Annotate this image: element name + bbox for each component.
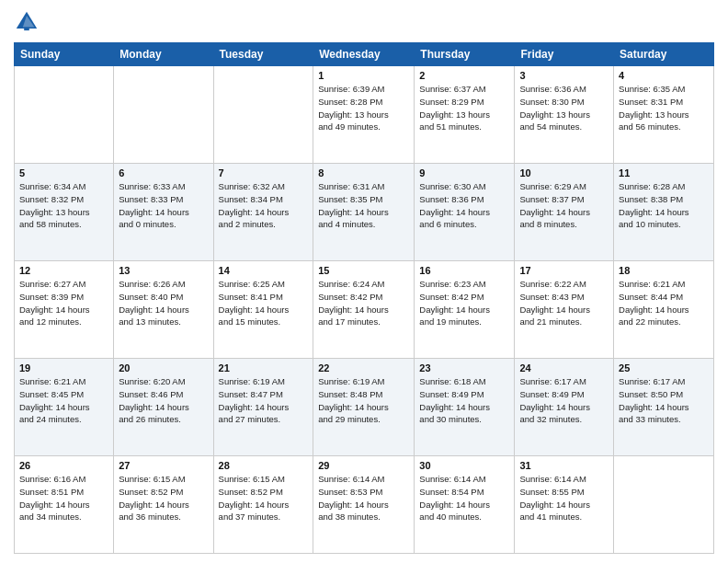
calendar-cell: 4Sunrise: 6:35 AMSunset: 8:31 PMDaylight…	[614, 66, 714, 164]
day-number: 22	[318, 362, 409, 373]
sun-info: and 38 minutes.	[318, 511, 381, 522]
day-number: 29	[318, 460, 409, 471]
sun-info: Sunset: 8:30 PM	[519, 97, 584, 107]
day-info: Sunrise: 6:14 AMSunset: 8:55 PMDaylight:…	[519, 473, 609, 523]
sun-info: and 40 minutes.	[419, 511, 482, 522]
daylight-hours: Daylight: 14 hours	[219, 402, 290, 412]
sun-info: Sunset: 8:33 PM	[119, 194, 183, 204]
sun-info: Sunrise: 6:24 AM	[318, 279, 384, 289]
sun-info: Sunrise: 6:15 AM	[119, 474, 185, 484]
sun-info: Sunset: 8:54 PM	[419, 487, 483, 497]
calendar-cell: 15Sunrise: 6:24 AMSunset: 8:42 PMDayligh…	[313, 261, 415, 359]
day-info: Sunrise: 6:19 AMSunset: 8:47 PMDaylight:…	[219, 375, 309, 426]
sun-info: Sunrise: 6:18 AM	[419, 376, 485, 386]
sun-info: Sunrise: 6:30 AM	[419, 181, 485, 191]
day-info: Sunrise: 6:21 AMSunset: 8:45 PMDaylight:…	[19, 375, 108, 426]
sun-info: Sunrise: 6:21 AM	[619, 279, 685, 289]
day-number: 6	[119, 167, 208, 178]
weekday-header-saturday: Saturday	[614, 43, 714, 66]
day-info: Sunrise: 6:21 AMSunset: 8:44 PMDaylight:…	[619, 278, 709, 328]
calendar-week-row: 19Sunrise: 6:21 AMSunset: 8:45 PMDayligh…	[15, 359, 714, 456]
daylight-hours: Daylight: 14 hours	[419, 402, 490, 412]
sun-info: Sunrise: 6:14 AM	[519, 474, 586, 484]
daylight-hours: Daylight: 14 hours	[119, 402, 189, 412]
day-number: 24	[519, 362, 609, 373]
sun-info: Sunset: 8:44 PM	[619, 292, 683, 302]
sun-info: and 27 minutes.	[219, 414, 281, 424]
day-number: 5	[19, 167, 108, 178]
day-number: 27	[119, 460, 208, 471]
day-number: 20	[119, 362, 208, 373]
calendar-cell: 2Sunrise: 6:37 AMSunset: 8:29 PMDaylight…	[415, 66, 515, 164]
day-info: Sunrise: 6:32 AMSunset: 8:34 PMDaylight:…	[219, 180, 309, 231]
day-info: Sunrise: 6:18 AMSunset: 8:49 PMDaylight:…	[419, 375, 509, 426]
sun-info: and 8 minutes.	[519, 219, 576, 229]
daylight-hours: Daylight: 14 hours	[219, 304, 290, 315]
calendar-cell: 7Sunrise: 6:32 AMSunset: 8:34 PMDaylight…	[213, 164, 313, 261]
daylight-hours: Daylight: 14 hours	[318, 500, 389, 510]
svg-rect-2	[24, 28, 29, 30]
sun-info: Sunrise: 6:25 AM	[219, 279, 285, 289]
day-number: 2	[419, 70, 509, 81]
day-number: 30	[419, 460, 509, 471]
daylight-hours: Daylight: 14 hours	[519, 207, 590, 217]
sun-info: Sunrise: 6:23 AM	[419, 279, 485, 289]
calendar-cell: 1Sunrise: 6:39 AMSunset: 8:28 PMDaylight…	[313, 66, 415, 164]
weekday-header-sunday: Sunday	[15, 43, 114, 66]
sun-info: Sunrise: 6:33 AM	[119, 181, 185, 191]
calendar-cell: 3Sunrise: 6:36 AMSunset: 8:30 PMDaylight…	[515, 66, 614, 164]
daylight-hours: Daylight: 14 hours	[619, 207, 689, 217]
day-info: Sunrise: 6:25 AMSunset: 8:41 PMDaylight:…	[219, 278, 309, 328]
calendar-cell	[15, 66, 114, 164]
calendar-cell: 18Sunrise: 6:21 AMSunset: 8:44 PMDayligh…	[614, 261, 714, 359]
sun-info: and 58 minutes.	[19, 219, 82, 229]
day-number: 28	[219, 460, 309, 471]
daylight-hours: Daylight: 13 hours	[619, 109, 689, 120]
sun-info: Sunset: 8:35 PM	[318, 194, 382, 204]
calendar-cell: 19Sunrise: 6:21 AMSunset: 8:45 PMDayligh…	[15, 359, 114, 456]
logo	[14, 9, 43, 35]
day-info: Sunrise: 6:31 AMSunset: 8:35 PMDaylight:…	[318, 180, 409, 231]
day-info: Sunrise: 6:24 AMSunset: 8:42 PMDaylight:…	[318, 278, 409, 328]
calendar-cell: 26Sunrise: 6:16 AMSunset: 8:51 PMDayligh…	[15, 456, 114, 554]
daylight-hours: Daylight: 14 hours	[219, 207, 290, 217]
calendar-cell: 9Sunrise: 6:30 AMSunset: 8:36 PMDaylight…	[415, 164, 515, 261]
sun-info: and 10 minutes.	[619, 219, 681, 229]
day-info: Sunrise: 6:19 AMSunset: 8:48 PMDaylight:…	[318, 375, 409, 426]
day-info: Sunrise: 6:15 AMSunset: 8:52 PMDaylight:…	[119, 473, 208, 523]
weekday-header-monday: Monday	[114, 43, 213, 66]
sun-info: Sunset: 8:47 PM	[219, 389, 283, 399]
sun-info: Sunrise: 6:17 AM	[519, 376, 586, 386]
calendar-cell: 14Sunrise: 6:25 AMSunset: 8:41 PMDayligh…	[213, 261, 313, 359]
daylight-hours: Daylight: 13 hours	[419, 109, 490, 120]
calendar-cell: 11Sunrise: 6:28 AMSunset: 8:38 PMDayligh…	[614, 164, 714, 261]
sun-info: Sunrise: 6:22 AM	[519, 279, 586, 289]
sun-info: Sunset: 8:42 PM	[419, 292, 483, 302]
sun-info: Sunset: 8:55 PM	[519, 487, 584, 497]
sun-info: Sunrise: 6:29 AM	[519, 181, 586, 191]
sun-info: Sunset: 8:42 PM	[318, 292, 382, 302]
sun-info: and 33 minutes.	[619, 414, 681, 424]
sun-info: and 22 minutes.	[619, 316, 681, 327]
logo-icon	[14, 9, 40, 35]
day-info: Sunrise: 6:34 AMSunset: 8:32 PMDaylight:…	[19, 180, 108, 231]
calendar-cell: 21Sunrise: 6:19 AMSunset: 8:47 PMDayligh…	[213, 359, 313, 456]
day-number: 9	[419, 167, 509, 178]
daylight-hours: Daylight: 14 hours	[19, 500, 90, 510]
calendar-cell: 23Sunrise: 6:18 AMSunset: 8:49 PMDayligh…	[415, 359, 515, 456]
day-info: Sunrise: 6:17 AMSunset: 8:50 PMDaylight:…	[619, 375, 709, 426]
sun-info: Sunset: 8:40 PM	[119, 292, 183, 302]
day-info: Sunrise: 6:20 AMSunset: 8:46 PMDaylight:…	[119, 375, 208, 426]
day-info: Sunrise: 6:35 AMSunset: 8:31 PMDaylight:…	[619, 83, 709, 133]
calendar-cell: 12Sunrise: 6:27 AMSunset: 8:39 PMDayligh…	[15, 261, 114, 359]
calendar-week-row: 26Sunrise: 6:16 AMSunset: 8:51 PMDayligh…	[15, 456, 714, 554]
day-number: 21	[219, 362, 309, 373]
sun-info: and 56 minutes.	[619, 121, 681, 132]
daylight-hours: Daylight: 14 hours	[19, 304, 90, 315]
weekday-header-thursday: Thursday	[415, 43, 515, 66]
sun-info: and 0 minutes.	[119, 219, 176, 229]
sun-info: and 34 minutes.	[19, 511, 82, 522]
weekday-header-tuesday: Tuesday	[213, 43, 313, 66]
sun-info: and 21 minutes.	[519, 316, 582, 327]
sun-info: Sunrise: 6:21 AM	[19, 376, 85, 386]
